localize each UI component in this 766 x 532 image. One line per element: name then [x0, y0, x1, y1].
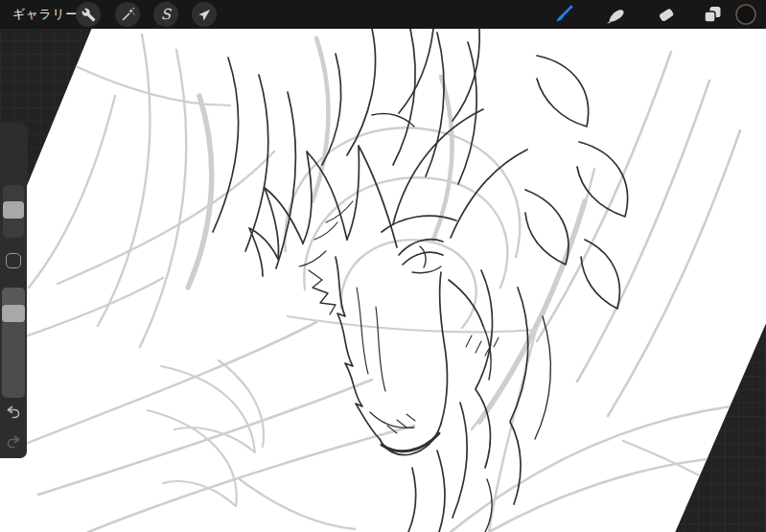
erase-tool-button[interactable]: [654, 2, 679, 27]
color-swatch-icon: [734, 3, 757, 26]
transform-arrow-icon: [197, 8, 212, 22]
layers-button[interactable]: [700, 2, 725, 27]
undo-button[interactable]: [2, 402, 25, 425]
wrench-icon: [81, 8, 96, 22]
gallery-button[interactable]: ギャラリー: [12, 0, 79, 29]
color-button[interactable]: [733, 2, 758, 27]
opacity-slider-fill: [2, 288, 25, 305]
transform-button[interactable]: [192, 2, 217, 27]
top-toolbar: ギャラリー S: [0, 0, 766, 29]
eraser-icon: [655, 3, 678, 26]
smudge-tool-button[interactable]: [604, 2, 629, 27]
smudge-icon: [605, 3, 628, 26]
redo-icon: [5, 434, 22, 451]
selection-button[interactable]: S: [153, 2, 178, 27]
redo-button[interactable]: [2, 431, 25, 454]
actions-button[interactable]: [76, 2, 101, 27]
brush-size-handle[interactable]: [3, 201, 24, 219]
opacity-handle[interactable]: [2, 305, 25, 322]
undo-icon: [5, 405, 22, 422]
selection-s-icon: S: [161, 8, 171, 22]
modify-button[interactable]: [6, 253, 21, 268]
magic-wand-icon: [121, 8, 135, 22]
drawing-canvas[interactable]: [0, 0, 766, 532]
procreate-workspace: ギャラリー S: [0, 0, 766, 532]
paintbrush-icon: [552, 3, 575, 26]
paint-tool-button[interactable]: [551, 2, 576, 27]
adjustments-button[interactable]: [115, 2, 140, 27]
brush-sidebar: [0, 123, 27, 458]
layers-icon: [701, 3, 724, 26]
